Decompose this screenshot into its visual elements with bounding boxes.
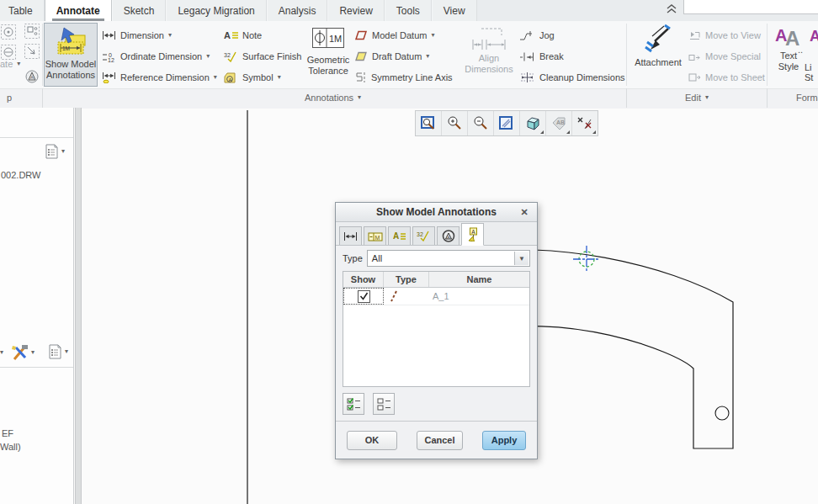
svg-text:AB: AB <box>556 119 565 125</box>
dialog-button-row: OK Cancel Apply <box>336 421 537 459</box>
annotation-display-icon: AB <box>550 115 567 131</box>
repaint-icon <box>498 115 515 131</box>
svg-text:M: M <box>374 234 380 240</box>
select-all-icon <box>347 397 361 411</box>
table-header-row: Show Type Name <box>343 272 529 288</box>
zoom-region-button[interactable] <box>416 111 442 135</box>
type-select-value: All <box>372 253 382 263</box>
type-select[interactable]: All ▼ <box>367 250 530 267</box>
tab-notes[interactable]: A <box>388 226 411 245</box>
dialog-tab-bar: M A 32 A <box>336 222 537 246</box>
tab-dimensions[interactable] <box>339 226 362 245</box>
note-tab-icon: A <box>393 231 406 241</box>
zoom-in-icon <box>446 115 463 131</box>
datum-display-icon <box>576 115 593 131</box>
zoom-in-button[interactable] <box>442 111 468 135</box>
zoom-out-button[interactable] <box>468 111 494 135</box>
tab-symbols[interactable]: A <box>437 226 459 245</box>
tab-surface-finishes[interactable]: 32 <box>412 226 435 245</box>
dropdown-corner-icon <box>592 130 596 134</box>
dropdown-corner-icon <box>566 130 570 134</box>
select-all-button[interactable] <box>343 393 364 415</box>
tab-datums[interactable]: A <box>461 223 484 246</box>
name-cell: A_1 <box>429 288 529 305</box>
show-cell[interactable] <box>343 288 384 305</box>
display-style-icon <box>524 115 541 131</box>
display-style-button[interactable] <box>520 111 546 135</box>
dialog-title: Show Model Annotations <box>376 206 497 218</box>
table-row[interactable]: A_1 <box>343 288 529 305</box>
checkbox-checked[interactable] <box>358 290 370 303</box>
type-filter-row: Type All ▼ <box>336 246 537 271</box>
deselect-all-button[interactable] <box>373 393 395 415</box>
column-header-name: Name <box>429 272 529 287</box>
gtol-tab-icon: M <box>368 231 383 241</box>
column-header-show: Show <box>343 272 384 287</box>
deselect-all-icon <box>377 397 391 411</box>
zoom-out-icon <box>472 115 489 131</box>
chevron-down-icon[interactable]: ▼ <box>514 252 529 265</box>
datum-axis-tab-icon: A <box>466 227 480 241</box>
ok-button[interactable]: OK <box>347 431 397 450</box>
tab-geometric-tolerances[interactable]: M <box>364 226 386 245</box>
dialog-selection-tools <box>336 387 537 421</box>
dialog-title-bar[interactable]: Show Model Annotations ✕ <box>336 203 537 222</box>
type-label: Type <box>343 253 363 263</box>
axis-icon <box>389 289 399 303</box>
datum-display-button[interactable] <box>572 111 598 135</box>
symbol-tab-icon: A <box>442 230 455 242</box>
graphics-toolbar: AB <box>415 110 598 136</box>
apply-button[interactable]: Apply <box>482 431 526 450</box>
annotations-table: Show Type Name A_1 <box>343 271 530 387</box>
show-model-annotations-dialog: Show Model Annotations ✕ M A <box>335 202 538 459</box>
close-icon[interactable]: ✕ <box>518 205 531 219</box>
hole-circle[interactable] <box>715 406 729 420</box>
dropdown-corner-icon <box>540 130 544 134</box>
svg-text:A: A <box>393 231 399 241</box>
surface-finish-tab-icon: 32 <box>417 231 431 241</box>
svg-text:32: 32 <box>417 231 423 237</box>
zoom-region-icon <box>420 115 437 131</box>
column-header-type: Type <box>384 272 429 287</box>
application-window: Table Annotate Sketch Legacy Migration A… <box>0 0 818 504</box>
check-icon <box>359 292 369 300</box>
type-cell <box>384 288 429 305</box>
repaint-button[interactable] <box>494 111 520 135</box>
annotation-display-button[interactable]: AB <box>546 111 572 135</box>
svg-text:A: A <box>471 229 475 235</box>
cancel-button[interactable]: Cancel <box>417 431 463 450</box>
axis-annotation-a1[interactable] <box>573 246 600 273</box>
dimension-tab-icon <box>343 231 358 241</box>
